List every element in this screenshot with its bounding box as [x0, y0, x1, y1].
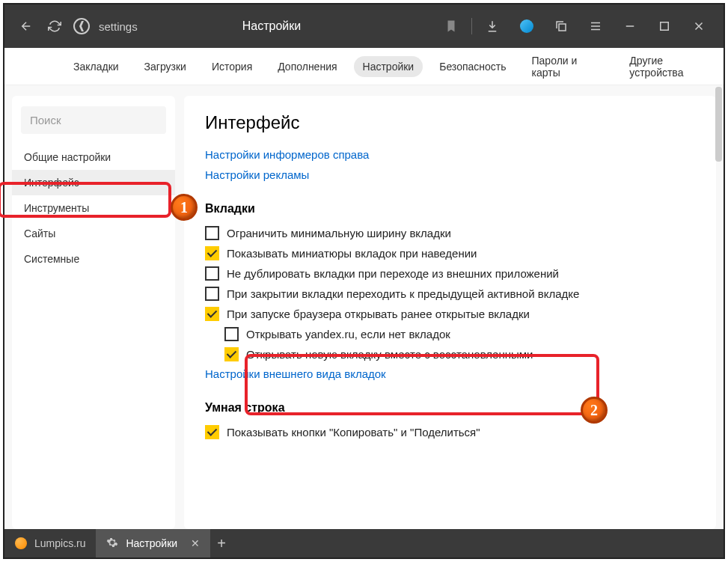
tab-settings[interactable]: Настройки ✕ — [96, 529, 210, 558]
smart-section-title: Умная строка — [205, 401, 695, 415]
menu-icon[interactable] — [586, 16, 605, 36]
sidebar-item-2[interactable]: Инструменты — [12, 195, 175, 221]
close-button[interactable] — [689, 16, 709, 36]
checkbox-label: Открывать yandex.ru, если нет вкладок — [246, 328, 450, 340]
checkbox[interactable] — [205, 246, 219, 260]
checkbox[interactable] — [205, 287, 219, 301]
tab-label: Lumpics.ru — [34, 537, 85, 549]
checkbox[interactable] — [205, 266, 219, 281]
checkbox[interactable] — [205, 226, 219, 240]
annotation-badge-1: 1 — [171, 194, 198, 221]
yandex-icon[interactable] — [73, 18, 90, 34]
checkbox-label: При закрытии вкладки переходить к предыд… — [227, 287, 579, 300]
reload-button[interactable] — [45, 16, 64, 36]
svg-rect-0 — [559, 24, 566, 31]
topnav-item-7[interactable]: Другие устройства — [620, 50, 724, 83]
checkbox-row: Показывать миниатюры вкладок при наведен… — [205, 246, 695, 260]
tab-bar: Lumpics.ru Настройки ✕ + — [4, 529, 724, 558]
sidebar-item-3[interactable]: Сайты — [12, 221, 175, 246]
checkbox-row: При запуске браузера открывать ранее отк… — [205, 307, 695, 321]
link-ads[interactable]: Настройки рекламы — [205, 168, 695, 181]
link-tab-appearance[interactable]: Настройки внешнего вида вкладок — [205, 367, 695, 380]
checkbox-label: Ограничить минимальную ширину вкладки — [227, 227, 451, 239]
checkbox[interactable] — [224, 327, 239, 341]
copy-icon[interactable] — [551, 16, 571, 36]
topnav-item-2[interactable]: История — [203, 56, 261, 77]
top-nav: ЗакладкиЗагрузкиИсторияДополненияНастрой… — [4, 48, 724, 85]
checkbox-label: Показывать кнопки "Копировать" и "Подели… — [227, 426, 480, 439]
search-input[interactable]: Поиск — [21, 106, 166, 134]
topnav-item-4[interactable]: Настройки — [354, 56, 423, 77]
sidebar-item-4[interactable]: Системные — [12, 246, 175, 272]
checkbox-label: Показывать миниатюры вкладок при наведен… — [227, 247, 477, 260]
checkbox-row: Показывать кнопки "Копировать" и "Подели… — [205, 425, 695, 439]
extensions-icon[interactable] — [517, 16, 536, 36]
checkbox-row: Ограничить минимальную ширину вкладки — [205, 226, 695, 240]
section-heading: Интерфейс — [205, 112, 695, 133]
page-title: Настройки — [242, 19, 301, 33]
new-tab-button[interactable]: + — [210, 532, 233, 555]
scrollbar[interactable] — [715, 87, 722, 162]
checkbox[interactable] — [205, 425, 219, 439]
topnav-item-0[interactable]: Закладки — [64, 56, 128, 77]
lumpics-icon — [15, 537, 27, 549]
checkbox-label: Не дублировать вкладки при переходе из в… — [227, 267, 559, 280]
sidebar-item-0[interactable]: Общие настройки — [12, 144, 175, 170]
back-button[interactable] — [16, 16, 36, 36]
tab-close-icon[interactable]: ✕ — [191, 537, 200, 549]
topnav-item-1[interactable]: Загрузки — [135, 56, 195, 77]
address-text[interactable]: settings — [99, 20, 138, 33]
maximize-button[interactable] — [655, 16, 674, 36]
checkbox-label: При запуске браузера открывать ранее отк… — [227, 308, 530, 320]
gear-icon — [106, 537, 118, 551]
tabs-section-title: Вкладки — [205, 202, 695, 216]
checkbox[interactable] — [224, 347, 239, 361]
bookmark-icon[interactable] — [441, 16, 461, 36]
download-icon[interactable] — [483, 16, 502, 36]
checkbox-label: Открывать новую вкладку вместе с восстан… — [246, 348, 533, 361]
tab-label: Настройки — [126, 537, 177, 549]
svg-rect-1 — [661, 22, 669, 31]
topnav-item-3[interactable]: Дополнения — [269, 56, 346, 77]
sidebar: Поиск Общие настройкиИнтерфейсИнструмент… — [12, 96, 175, 529]
tab-lumpics[interactable]: Lumpics.ru — [4, 529, 96, 558]
titlebar: settings Настройки — [4, 4, 724, 48]
main-content: Интерфейс Настройки информеров справа На… — [184, 96, 716, 529]
checkbox-row: При закрытии вкладки переходить к предыд… — [205, 287, 695, 301]
sidebar-item-1[interactable]: Интерфейс — [12, 170, 175, 195]
checkbox-row: Не дублировать вкладки при переходе из в… — [205, 266, 695, 281]
checkbox-row: Открывать yandex.ru, если нет вкладок — [224, 327, 695, 341]
minimize-button[interactable] — [620, 16, 640, 36]
link-informers[interactable]: Настройки информеров справа — [205, 148, 695, 161]
checkbox-row: Открывать новую вкладку вместе с восстан… — [224, 347, 695, 361]
topnav-item-5[interactable]: Безопасность — [430, 56, 515, 77]
topnav-item-6[interactable]: Пароли и карты — [523, 50, 614, 83]
checkbox[interactable] — [205, 307, 219, 321]
annotation-badge-2: 2 — [581, 397, 608, 424]
